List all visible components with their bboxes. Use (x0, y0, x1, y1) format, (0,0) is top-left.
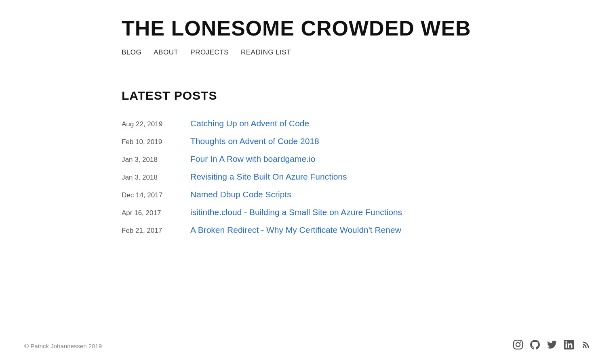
nav-blog[interactable]: BLOG (122, 48, 141, 56)
posts-list: Aug 22, 2019Catching Up on Advent of Cod… (122, 115, 493, 239)
main-nav: BLOG ABOUT PROJECTS READING LIST (122, 48, 493, 56)
main-content: LATEST POSTS Aug 22, 2019Catching Up on … (122, 89, 493, 239)
twitter-icon[interactable] (547, 340, 557, 352)
post-date: Jan 3, 2018 (122, 156, 174, 164)
post-date: Feb 10, 2019 (122, 138, 174, 146)
footer-copyright: © Patrick Johannessen 2019 (24, 343, 102, 349)
latest-posts-heading: LATEST POSTS (122, 89, 493, 103)
site-title: THE LONESOME CROWDED WEB (122, 16, 493, 40)
list-item: Feb 21, 2017A Broken Redirect - Why My C… (122, 221, 493, 239)
post-link[interactable]: Four In A Row with boardgame.io (190, 154, 315, 164)
post-link[interactable]: Thoughts on Advent of Code 2018 (190, 136, 319, 146)
post-link[interactable]: Revisiting a Site Built On Azure Functio… (190, 172, 347, 182)
list-item: Apr 16, 2017isitinthe.cloud - Building a… (122, 203, 493, 221)
list-item: Jan 3, 2018Four In A Row with boardgame.… (122, 150, 493, 168)
post-link[interactable]: Named Dbup Code Scripts (190, 190, 291, 199)
list-item: Dec 14, 2017Named Dbup Code Scripts (122, 186, 493, 203)
post-link[interactable]: Catching Up on Advent of Code (190, 119, 309, 128)
nav-reading-list[interactable]: READING LIST (241, 48, 291, 56)
nav-about[interactable]: ABOUT (154, 48, 178, 56)
post-date: Dec 14, 2017 (122, 191, 174, 199)
post-date: Jan 3, 2018 (122, 174, 174, 182)
linkedin-icon[interactable] (564, 340, 574, 352)
list-item: Jan 3, 2018Revisiting a Site Built On Az… (122, 168, 493, 186)
post-link[interactable]: A Broken Redirect - Why My Certificate W… (190, 225, 401, 235)
list-item: Aug 22, 2019Catching Up on Advent of Cod… (122, 115, 493, 132)
instagram-icon[interactable] (513, 340, 523, 352)
post-link[interactable]: isitinthe.cloud - Building a Small Site … (190, 207, 402, 217)
github-icon[interactable] (530, 340, 540, 352)
post-date: Aug 22, 2019 (122, 120, 174, 128)
post-date: Feb 21, 2017 (122, 227, 174, 235)
footer-icons (513, 340, 591, 352)
list-item: Feb 10, 2019Thoughts on Advent of Code 2… (122, 132, 493, 150)
rss-icon[interactable] (581, 340, 591, 352)
nav-projects[interactable]: PROJECTS (190, 48, 229, 56)
post-date: Apr 16, 2017 (122, 209, 174, 217)
footer: © Patrick Johannessen 2019 (0, 328, 615, 364)
